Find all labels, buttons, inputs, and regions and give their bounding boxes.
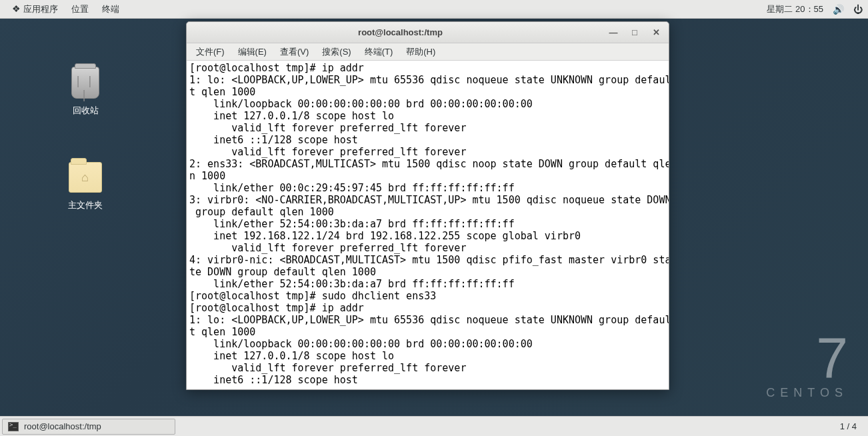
terminal-output[interactable]: [root@localhost tmp]# ip addr 1: lo: <LO… xyxy=(187,61,669,389)
menu-terminal[interactable]: 终端(T) xyxy=(358,43,400,61)
maximize-button[interactable]: □ xyxy=(629,27,641,39)
applications-icon: ❖ xyxy=(12,0,21,18)
menu-edit[interactable]: 编辑(E) xyxy=(231,43,273,61)
top-panel: ❖应用程序 位置 终端 星期二 20：55 🔊 ⏻ xyxy=(0,0,868,19)
places-menu[interactable]: 位置 xyxy=(65,0,95,19)
window-controls: — □ ✕ xyxy=(607,27,662,39)
trash-label: 回收站 xyxy=(59,105,112,117)
terminal-window: root@localhost:/tmp — □ ✕ 文件(F) 编辑(E) 查看… xyxy=(186,21,669,390)
top-panel-left: ❖应用程序 位置 终端 xyxy=(5,0,126,19)
menubar: 文件(F) 编辑(E) 查看(V) 搜索(S) 终端(T) 帮助(H) xyxy=(187,43,669,61)
top-panel-right: 星期二 20：55 🔊 ⏻ xyxy=(767,3,863,15)
trash-icon[interactable]: 回收站 xyxy=(59,64,112,117)
centos-name: CENTOS xyxy=(766,386,848,400)
home-folder-icon[interactable]: ⌂ 主文件夹 xyxy=(59,159,112,211)
home-folder-label: 主文件夹 xyxy=(59,199,112,211)
trash-can-icon xyxy=(69,64,102,101)
menu-file[interactable]: 文件(F) xyxy=(189,43,231,61)
window-title: root@localhost:/tmp xyxy=(193,27,607,37)
taskbar-label: root@localhost:/tmp xyxy=(24,421,101,431)
power-icon[interactable]: ⏻ xyxy=(853,4,863,15)
applications-menu[interactable]: ❖应用程序 xyxy=(5,0,65,19)
centos-brand: 7 CENTOS xyxy=(766,329,848,400)
clock[interactable]: 星期二 20：55 xyxy=(767,3,823,15)
menu-view[interactable]: 查看(V) xyxy=(273,43,315,61)
desktop[interactable]: 回收站 ⌂ 主文件夹 7 CENTOS root@localhost:/tmp … xyxy=(0,19,868,416)
applications-label: 应用程序 xyxy=(23,4,58,14)
menu-help[interactable]: 帮助(H) xyxy=(399,43,442,61)
centos-version: 7 xyxy=(766,329,848,386)
workspace-switcher[interactable]: 1 / 4 xyxy=(831,421,866,431)
terminal-icon xyxy=(8,422,19,431)
terminal-menu[interactable]: 终端 xyxy=(95,0,126,19)
minimize-button[interactable]: — xyxy=(607,27,619,39)
menu-search[interactable]: 搜索(S) xyxy=(315,43,357,61)
folder-icon: ⌂ xyxy=(69,159,102,195)
bottom-panel: root@localhost:/tmp 1 / 4 xyxy=(0,416,868,436)
close-button[interactable]: ✕ xyxy=(650,27,662,39)
taskbar-terminal[interactable]: root@localhost:/tmp xyxy=(2,419,175,435)
titlebar[interactable]: root@localhost:/tmp — □ ✕ xyxy=(187,22,669,43)
volume-icon[interactable]: 🔊 xyxy=(833,4,844,15)
